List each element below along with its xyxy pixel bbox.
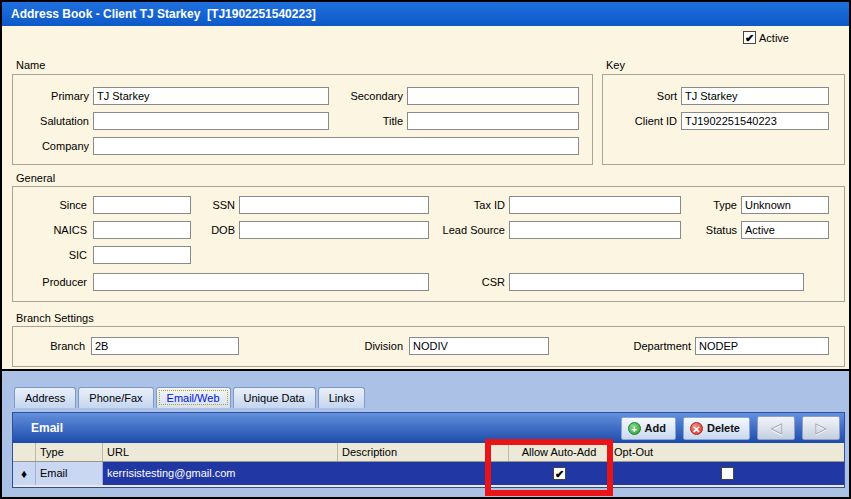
- tab-strip: Address Phone/Fax Email/Web Unique Data …: [14, 387, 365, 408]
- branch-field[interactable]: [91, 337, 239, 355]
- producer-label: Producer: [15, 273, 87, 291]
- next-record-button[interactable]: ▷: [802, 416, 840, 440]
- row-opt-out-cell: [610, 462, 844, 485]
- title-field[interactable]: [407, 112, 579, 130]
- prev-arrow-icon: ◁: [770, 419, 782, 437]
- email-panel-title: Email: [31, 421, 63, 435]
- opt-out-checkbox[interactable]: [721, 467, 734, 480]
- dob-field[interactable]: [239, 221, 429, 239]
- add-icon: +: [628, 422, 641, 435]
- naics-label: NAICS: [15, 221, 87, 239]
- sort-label: Sort: [611, 87, 677, 105]
- branch-label: Branch: [15, 337, 85, 355]
- grid-header-allow-auto-add: Allow Auto-Add: [509, 443, 610, 461]
- branch-section-title: Branch Settings: [16, 312, 94, 324]
- grid-header-opt-out: Opt-Out: [610, 443, 844, 461]
- salutation-label: Salutation: [15, 112, 89, 130]
- salutation-field[interactable]: [93, 112, 329, 130]
- csr-label: CSR: [405, 273, 505, 291]
- ssn-field[interactable]: [239, 196, 429, 214]
- sort-field[interactable]: [681, 87, 829, 105]
- tab-email-web[interactable]: Email/Web: [156, 387, 231, 408]
- division-field[interactable]: [409, 337, 549, 355]
- window-title: Address Book - Client TJ Starkey [TJ1902…: [2, 2, 849, 26]
- dob-label: DOB: [163, 221, 235, 239]
- title-label: Title: [329, 112, 403, 130]
- client-id-label: Client ID: [611, 112, 677, 130]
- active-checkbox[interactable]: ✔: [743, 31, 756, 44]
- department-label: Department: [543, 337, 691, 355]
- sic-field[interactable]: [93, 246, 191, 264]
- lead-source-label: Lead Source: [405, 221, 505, 239]
- branch-section-box: Branch Division Department: [12, 326, 845, 367]
- tab-unique-data[interactable]: Unique Data: [233, 387, 316, 408]
- ssn-label: SSN: [163, 196, 235, 214]
- row-type-cell[interactable]: Email: [36, 462, 103, 485]
- producer-field[interactable]: [93, 273, 429, 291]
- company-label: Company: [15, 137, 89, 155]
- secondary-field[interactable]: [407, 87, 579, 105]
- delete-icon: ✕: [690, 422, 703, 435]
- delete-button[interactable]: ✕ Delete: [683, 417, 750, 440]
- tab-address[interactable]: Address: [14, 387, 76, 408]
- row-marker-cell: ♦: [13, 462, 36, 485]
- email-panel-buttons: + Add ✕ Delete ◁ ▷: [621, 416, 840, 440]
- company-field[interactable]: [93, 137, 579, 155]
- previous-record-button[interactable]: ◁: [757, 416, 795, 440]
- allow-auto-add-checkbox[interactable]: ✔: [553, 467, 566, 480]
- row-allow-auto-add-cell: ✔: [509, 462, 610, 485]
- type-label: Type: [653, 196, 737, 214]
- grid-header-url: URL: [103, 443, 338, 461]
- email-panel-header: Email + Add ✕ Delete ◁ ▷: [13, 413, 844, 443]
- tab-phone-fax[interactable]: Phone/Fax: [78, 387, 153, 408]
- since-label: Since: [15, 196, 87, 214]
- grid-header-marker: [13, 443, 36, 461]
- department-field[interactable]: [695, 337, 829, 355]
- status-label: Status: [653, 221, 737, 239]
- grid-header-description: Description: [338, 443, 509, 461]
- name-section-box: Primary Secondary Salutation Title Compa…: [12, 74, 593, 165]
- email-panel: Email + Add ✕ Delete ◁ ▷: [12, 412, 845, 488]
- row-url-cell[interactable]: kerrisistesting@gmail.com: [103, 462, 338, 485]
- add-button-label: Add: [645, 422, 666, 434]
- key-section-title: Key: [606, 59, 625, 71]
- grid-header-row: Type URL Description Allow Auto-Add Opt-…: [13, 443, 844, 462]
- grid-header-type: Type: [36, 443, 103, 461]
- contact-tabs-area: Address Phone/Fax Email/Web Unique Data …: [2, 371, 849, 497]
- general-section-title: General: [16, 172, 55, 184]
- secondary-label: Secondary: [329, 87, 403, 105]
- tax-id-label: Tax ID: [405, 196, 505, 214]
- tab-links[interactable]: Links: [318, 387, 366, 408]
- primary-field[interactable]: [93, 87, 329, 105]
- csr-field[interactable]: [509, 273, 804, 291]
- delete-button-label: Delete: [707, 422, 740, 434]
- client-id-field[interactable]: [681, 112, 829, 130]
- general-section-box: Since SSN Tax ID Type NAICS DOB Lead Sou…: [12, 186, 845, 302]
- current-row-marker-icon: ♦: [21, 463, 27, 485]
- type-field[interactable]: [741, 196, 829, 214]
- primary-label: Primary: [15, 87, 89, 105]
- next-arrow-icon: ▷: [815, 419, 827, 437]
- status-field[interactable]: [741, 221, 829, 239]
- sic-label: SIC: [15, 246, 87, 264]
- division-label: Division: [319, 337, 403, 355]
- row-description-cell[interactable]: [338, 462, 509, 485]
- active-checkbox-group: ✔ Active: [743, 31, 789, 44]
- active-checkbox-label: Active: [759, 32, 789, 44]
- email-grid-row[interactable]: ♦ Email kerrisistesting@gmail.com ✔: [13, 462, 844, 485]
- name-section-title: Name: [16, 59, 45, 71]
- client-detail-area: ✔ Active Name Primary Secondary Salutati…: [2, 26, 849, 371]
- key-section-box: Sort Client ID: [602, 74, 845, 165]
- address-book-window: Address Book - Client TJ Starkey [TJ1902…: [0, 0, 851, 499]
- add-button[interactable]: + Add: [621, 417, 676, 440]
